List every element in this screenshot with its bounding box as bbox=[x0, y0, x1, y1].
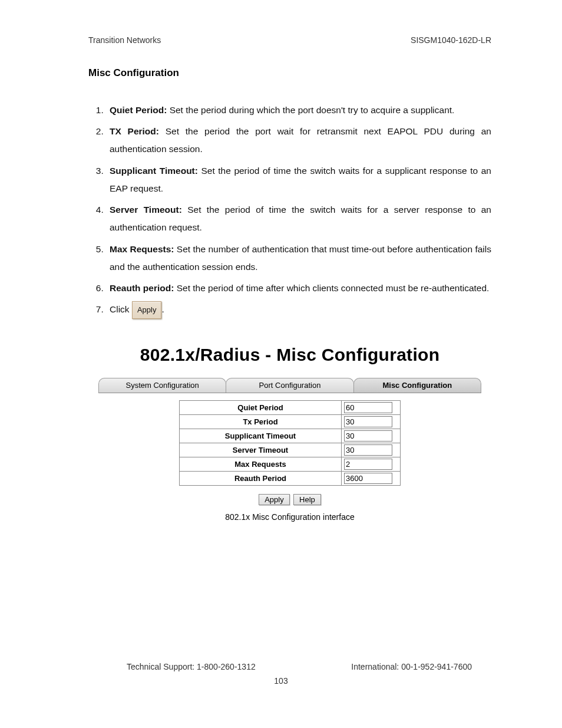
page-number: 103 bbox=[0, 676, 562, 686]
footer-tech-support: Technical Support: 1-800-260-1312 bbox=[127, 662, 256, 671]
list-item: Reauth period: Set the period of time af… bbox=[106, 279, 491, 297]
button-row: Apply Help bbox=[88, 494, 491, 505]
list-item: Supplicant Timeout: Set the period of ti… bbox=[106, 162, 491, 197]
config-table: Quiet Period Tx Period Supplicant Timeou… bbox=[179, 400, 401, 486]
row-label: Max Requests bbox=[180, 457, 342, 471]
term: Server Timeout: bbox=[110, 205, 182, 215]
row-label: Quiet Period bbox=[180, 400, 342, 414]
reauth-period-input[interactable] bbox=[344, 473, 392, 484]
section-title: Misc Configuration bbox=[88, 67, 491, 79]
tab-port-configuration[interactable]: Port Configuration bbox=[226, 378, 353, 393]
desc: Set the period the port wait for retrans… bbox=[110, 126, 491, 154]
tx-period-input[interactable] bbox=[344, 416, 392, 427]
list-item-click-apply: Click Apply. bbox=[106, 301, 491, 319]
doc-footer: Technical Support: 1-800-260-1312 Intern… bbox=[0, 662, 562, 686]
term: Reauth period: bbox=[110, 283, 174, 293]
table-row: Reauth Period bbox=[180, 471, 401, 485]
table-row: Quiet Period bbox=[180, 400, 401, 414]
config-list: Quiet Period: Set the period during whic… bbox=[88, 101, 491, 319]
table-row: Max Requests bbox=[180, 457, 401, 471]
period: . bbox=[161, 304, 164, 314]
panel-title: 802.1x/Radius - Misc Configuration bbox=[88, 345, 491, 365]
tab-misc-configuration[interactable]: Misc Configuration bbox=[353, 378, 481, 393]
table-row: Tx Period bbox=[180, 414, 401, 429]
list-item: Server Timeout: Set the period of time t… bbox=[106, 201, 491, 236]
term: TX Period: bbox=[110, 126, 159, 136]
apply-button[interactable]: Apply bbox=[259, 494, 290, 505]
footer-international: International: 00-1-952-941-7600 bbox=[351, 662, 472, 671]
row-label: Supplicant Timeout bbox=[180, 429, 342, 443]
table-row: Supplicant Timeout bbox=[180, 429, 401, 443]
apply-button-inline[interactable]: Apply bbox=[132, 301, 162, 318]
max-requests-input[interactable] bbox=[344, 459, 392, 470]
header-left: Transition Networks bbox=[88, 35, 161, 45]
table-row: Server Timeout bbox=[180, 443, 401, 457]
panel-caption: 802.1x Misc Configuration interface bbox=[88, 512, 491, 522]
tab-system-configuration[interactable]: System Configuration bbox=[98, 378, 226, 393]
term: Max Requests: bbox=[110, 244, 174, 254]
list-item: TX Period: Set the period the port wait … bbox=[106, 123, 491, 158]
term: Supplicant Timeout: bbox=[110, 166, 198, 176]
term: Quiet Period: bbox=[110, 105, 167, 115]
list-item: Quiet Period: Set the period during whic… bbox=[106, 101, 491, 119]
doc-header: Transition Networks SISGM1040-162D-LR bbox=[88, 35, 491, 45]
header-right: SISGM1040-162D-LR bbox=[411, 35, 491, 45]
quiet-period-input[interactable] bbox=[344, 402, 392, 413]
desc: Set the period of time after which clien… bbox=[174, 283, 489, 293]
row-label: Server Timeout bbox=[180, 443, 342, 457]
server-timeout-input[interactable] bbox=[344, 444, 392, 456]
help-button[interactable]: Help bbox=[293, 494, 321, 505]
click-label: Click bbox=[110, 304, 130, 314]
desc: Set the period during which the port doe… bbox=[167, 105, 454, 115]
list-item: Max Requests: Set the number of authenti… bbox=[106, 241, 491, 276]
supplicant-timeout-input[interactable] bbox=[344, 430, 392, 442]
tab-bar: System Configuration Port Configuration … bbox=[98, 378, 481, 393]
row-label: Reauth Period bbox=[180, 471, 342, 485]
row-label: Tx Period bbox=[180, 414, 342, 429]
